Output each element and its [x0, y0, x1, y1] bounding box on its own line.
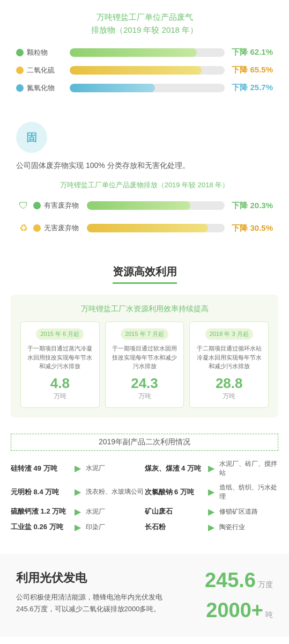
water-card: 万吨锂盐工厂水资源利用效率持续提高 2015 年 6 月起 于一期项目通过蒸汽冷… [11, 295, 278, 418]
water-num-3: 28.8 [195, 375, 263, 392]
water-item-1: 2015 年 6 月起 于一期项目通过蒸汽冷凝水回用技改实现每年节水和减少污水排… [20, 321, 100, 408]
water-num-2: 24.3 [111, 375, 179, 392]
gas-section: 万吨锂盐工厂单位产品废气 排放物（2019 年较 2018 年） 颗粒物 下降 … [0, 0, 289, 116]
bp-col2-4: 印染厂 [86, 523, 145, 532]
water-desc-1: 于一期项目通过蒸汽冷凝水回用技改实现每年节水和减少污水排放 [26, 344, 94, 371]
water-desc-2: 于一期项目通过软水固用技改实现每年节水和减少污水排放 [111, 344, 179, 371]
byproduct-title: 2019年副产品二次利用情况 [11, 434, 278, 451]
bp-row-3: 硫酸钙渣 1.2 万吨 ▶ 水泥厂 矿山废石 ▶ 修锁矿区道路 [11, 507, 278, 517]
bp-arrow1-1: ▶ [70, 463, 86, 473]
waste-bar-hazardous: 🛡 有害废弃物 下降 20.3% [16, 198, 273, 213]
bar-percent-hazardous: 下降 20.3% [230, 201, 273, 211]
bar-row-so2: 二氧化硫 下降 65.5% [16, 65, 273, 75]
bar-label-hazardous: 有害废弃物 [33, 201, 81, 210]
solar-inner: 利用光伏发电 公司积极使用清洁能源，赣锋电池年内光伏发电245.6万度，可以减少… [16, 570, 273, 620]
solar-num1: 245.6 [205, 570, 256, 590]
bar-track-nox [70, 84, 225, 92]
bar-row-particles: 颗粒物 下降 62.1% [16, 47, 273, 57]
bar-label-particles: 颗粒物 [16, 48, 64, 57]
bp-col2-1: 水泥厂 [86, 464, 145, 473]
bp-col3-3: 矿山废石 [145, 507, 204, 516]
resource-underline [113, 282, 177, 284]
bar-track-hazardous [87, 201, 225, 210]
bar-percent-nox: 下降 25.7% [230, 83, 273, 93]
bar-label-nox: 氮氧化物 [16, 83, 64, 93]
bar-track-particles [70, 48, 225, 57]
bp-arrow1-3: ▶ [70, 507, 86, 517]
bp-arrow2-4: ▶ [203, 522, 219, 532]
bp-col4-3: 修锁矿区道路 [219, 507, 278, 516]
water-date-2: 2015 年 7 月起 [121, 328, 168, 340]
bp-arrow2-1: ▶ [203, 463, 219, 473]
water-desc-3: 于二期项目通过循环水站冷凝水回用实现每年节水和减少污水排放 [195, 344, 263, 371]
bp-row-4: 工业盐 0.26 万吨 ▶ 印染厂 长石粉 ▶ 陶瓷行业 [11, 522, 278, 532]
water-date-3: 2018 年 3 月起 [205, 328, 253, 340]
water-item-3: 2018 年 3 月起 于二期项目通过循环水站冷凝水回用实现每年节水和减少污水排… [189, 321, 269, 408]
bp-arrow2-2: ▶ [203, 487, 219, 497]
bar-fill-nox [70, 84, 155, 92]
solid-subtitle: 万吨锂盐工厂单位产品废物排放（2019 年较 2018 年） [16, 180, 273, 190]
bar-fill-particles [70, 48, 197, 57]
bar-track-so2 [70, 66, 225, 75]
nonhazardous-icon: ♻ [16, 221, 31, 236]
bp-col1-4: 工业盐 0.26 万吨 [11, 522, 70, 532]
gas-title: 万吨锂盐工厂单位产品废气 排放物（2019 年较 2018 年） [16, 11, 273, 36]
bar-percent-particles: 下降 62.1% [230, 47, 273, 57]
dot-yellow [16, 67, 24, 74]
water-unit-2: 万吨 [111, 392, 179, 401]
solid-icon: 固 [26, 130, 37, 145]
bar-label-nonhazardous: 无害废弃物 [33, 223, 81, 233]
dot-hazardous [33, 202, 41, 209]
water-num-1: 4.8 [26, 375, 94, 392]
solar-unit2: 吨 [265, 610, 273, 620]
solar-desc: 公司积极使用清洁能源，赣锋电池年内光伏发电245.6万度，可以减少二氧化碳排放2… [16, 591, 166, 615]
dot-blue [16, 84, 24, 92]
solar-num2: 2000+ [206, 600, 263, 620]
solid-section: 固 公司固体废弃物实现 100% 分类存放和无害化处理。 万吨锂盐工厂单位产品废… [0, 116, 289, 254]
bp-col1-1: 硅转渣 49 万吨 [11, 464, 70, 473]
bp-arrow1-4: ▶ [70, 522, 86, 532]
bar-track-nonhazardous [87, 224, 225, 232]
dot-nonhazardous [33, 224, 41, 232]
dot-green [16, 49, 24, 56]
hazardous-icon: 🛡 [16, 198, 31, 213]
bar-row-nox: 氮氧化物 下降 25.7% [16, 83, 273, 93]
bp-row-1: 硅转渣 49 万吨 ▶ 水泥厂 煤灰、煤渣 4 万吨 ▶ 水泥厂、砖厂、搅拌站 [11, 459, 278, 478]
solar-title: 利用光伏发电 [16, 570, 199, 586]
bp-arrow1-2: ▶ [70, 487, 86, 497]
bp-row-2: 元明粉 8.4 万吨 ▶ 洗衣粉、水玻璃公司 次氯酸钠 6 万吨 ▶ 造纸、纺织… [11, 483, 278, 501]
bar-fill-hazardous [87, 201, 190, 210]
bp-arrow2-3: ▶ [203, 507, 219, 517]
solid-desc: 公司固体废弃物实现 100% 分类存放和无害化处理。 [16, 161, 273, 171]
resource-section: 资源高效利用 万吨锂盐工厂水资源利用效率持续提高 2015 年 6 月起 于一期… [0, 254, 289, 418]
bp-col2-2: 洗衣粉、水玻璃公司 [86, 487, 145, 496]
bar-percent-nonhazardous: 下降 30.5% [230, 223, 273, 233]
water-unit-1: 万吨 [26, 392, 94, 401]
byproduct-table: 硅转渣 49 万吨 ▶ 水泥厂 煤灰、煤渣 4 万吨 ▶ 水泥厂、砖厂、搅拌站 … [11, 459, 278, 532]
bp-col2-3: 水泥厂 [86, 507, 145, 516]
water-date-1: 2015 年 6 月起 [36, 328, 84, 340]
water-items: 2015 年 6 月起 于一期项目通过蒸汽冷凝水回用技改实现每年节水和减少污水排… [20, 321, 269, 408]
bp-col1-3: 硫酸钙渣 1.2 万吨 [11, 507, 70, 516]
water-card-title: 万吨锂盐工厂水资源利用效率持续提高 [20, 304, 269, 314]
waste-bar-nonhazardous: ♻ 无害废弃物 下降 30.5% [16, 221, 273, 236]
bp-col4-1: 水泥厂、砖厂、搅拌站 [219, 459, 278, 478]
bar-label-so2: 二氧化硫 [16, 65, 64, 75]
water-unit-3: 万吨 [195, 392, 263, 401]
bp-col4-2: 造纸、纺织、污水处理 [219, 483, 278, 501]
water-item-2: 2015 年 7 月起 于一期项目通过软水固用技改实现每年节水和减少污水排放 2… [105, 321, 184, 408]
bp-col3-4: 长石粉 [145, 522, 204, 532]
resource-title: 资源高效利用 [11, 265, 278, 279]
bp-col3-2: 次氯酸钠 6 万吨 [145, 487, 204, 497]
bp-col4-4: 陶瓷行业 [219, 523, 278, 532]
solar-unit1: 万度 [258, 580, 273, 590]
bar-percent-so2: 下降 65.5% [230, 65, 273, 75]
solid-icon-box: 固 [16, 122, 47, 153]
solar-section: 利用光伏发电 公司积极使用清洁能源，赣锋电池年内光伏发电245.6万度，可以减少… [0, 554, 289, 636]
bp-col1-2: 元明粉 8.4 万吨 [11, 487, 70, 497]
byproduct-section: 2019年副产品二次利用情况 硅转渣 49 万吨 ▶ 水泥厂 煤灰、煤渣 4 万… [0, 428, 289, 548]
bar-fill-nonhazardous [87, 224, 208, 232]
bp-col3-1: 煤灰、煤渣 4 万吨 [145, 464, 204, 473]
bar-fill-so2 [70, 66, 202, 75]
